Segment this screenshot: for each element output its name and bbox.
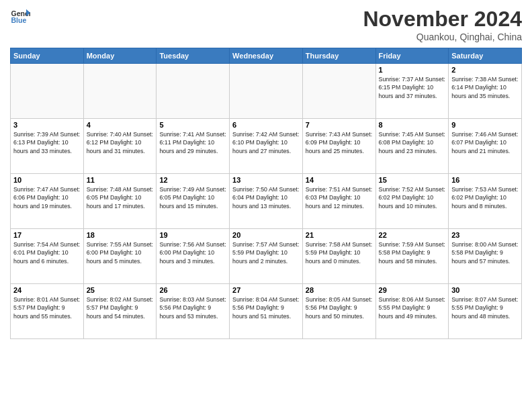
cell-info: Sunrise: 7:38 AM Sunset: 6:14 PM Dayligh… bbox=[451, 75, 519, 100]
cell-info: Sunrise: 8:02 AM Sunset: 5:57 PM Dayligh… bbox=[87, 295, 154, 320]
date-number: 25 bbox=[87, 286, 154, 294]
calendar-cell bbox=[83, 64, 157, 119]
calendar-cell: 28Sunrise: 8:05 AM Sunset: 5:56 PM Dayli… bbox=[302, 284, 375, 339]
cell-info: Sunrise: 7:37 AM Sunset: 6:15 PM Dayligh… bbox=[379, 75, 446, 100]
date-number: 9 bbox=[451, 121, 519, 129]
calendar-cell: 10Sunrise: 7:47 AM Sunset: 6:06 PM Dayli… bbox=[11, 174, 84, 229]
col-monday: Monday bbox=[83, 48, 157, 64]
cell-info: Sunrise: 7:41 AM Sunset: 6:11 PM Dayligh… bbox=[159, 130, 226, 155]
cell-info: Sunrise: 7:51 AM Sunset: 6:03 PM Dayligh… bbox=[306, 185, 373, 210]
date-number: 10 bbox=[13, 176, 81, 184]
cell-info: Sunrise: 7:53 AM Sunset: 6:02 PM Dayligh… bbox=[451, 185, 519, 210]
date-number: 16 bbox=[451, 176, 519, 184]
date-number: 24 bbox=[13, 286, 81, 294]
date-number: 12 bbox=[159, 176, 226, 184]
cell-info: Sunrise: 8:07 AM Sunset: 5:55 PM Dayligh… bbox=[451, 295, 519, 320]
cell-info: Sunrise: 7:42 AM Sunset: 6:10 PM Dayligh… bbox=[232, 130, 300, 155]
cell-info: Sunrise: 7:55 AM Sunset: 6:00 PM Dayligh… bbox=[87, 240, 154, 265]
date-number: 15 bbox=[379, 176, 446, 184]
calendar-cell: 18Sunrise: 7:55 AM Sunset: 6:00 PM Dayli… bbox=[83, 229, 157, 284]
date-number: 26 bbox=[159, 286, 226, 294]
cell-info: Sunrise: 7:46 AM Sunset: 6:07 PM Dayligh… bbox=[451, 130, 519, 155]
cell-info: Sunrise: 7:40 AM Sunset: 6:12 PM Dayligh… bbox=[87, 130, 154, 155]
cell-info: Sunrise: 8:06 AM Sunset: 5:55 PM Dayligh… bbox=[379, 295, 446, 320]
location: Quankou, Qinghai, China bbox=[363, 32, 522, 42]
calendar-cell: 23Sunrise: 8:00 AM Sunset: 5:58 PM Dayli… bbox=[449, 229, 522, 284]
calendar-cell: 22Sunrise: 7:59 AM Sunset: 5:58 PM Dayli… bbox=[375, 229, 449, 284]
col-tuesday: Tuesday bbox=[157, 48, 230, 64]
cell-info: Sunrise: 7:58 AM Sunset: 5:59 PM Dayligh… bbox=[306, 240, 373, 265]
date-number: 20 bbox=[232, 231, 300, 239]
calendar-week-3: 17Sunrise: 7:54 AM Sunset: 6:01 PM Dayli… bbox=[11, 229, 522, 284]
title-block: November 2024 Quankou, Qinghai, China bbox=[363, 7, 522, 42]
date-number: 22 bbox=[379, 231, 446, 239]
date-number: 6 bbox=[232, 121, 300, 129]
calendar-cell: 9Sunrise: 7:46 AM Sunset: 6:07 PM Daylig… bbox=[449, 119, 522, 174]
logo: General Blue bbox=[10, 7, 30, 27]
cell-info: Sunrise: 7:52 AM Sunset: 6:02 PM Dayligh… bbox=[379, 185, 446, 210]
calendar-cell: 8Sunrise: 7:45 AM Sunset: 6:08 PM Daylig… bbox=[375, 119, 449, 174]
calendar-cell bbox=[230, 64, 303, 119]
calendar-week-0: 1Sunrise: 7:37 AM Sunset: 6:15 PM Daylig… bbox=[11, 64, 522, 119]
calendar-cell: 19Sunrise: 7:56 AM Sunset: 6:00 PM Dayli… bbox=[157, 229, 230, 284]
date-number: 5 bbox=[159, 121, 226, 129]
date-number: 7 bbox=[306, 121, 373, 129]
calendar-cell: 12Sunrise: 7:49 AM Sunset: 6:05 PM Dayli… bbox=[157, 174, 230, 229]
calendar-cell: 21Sunrise: 7:58 AM Sunset: 5:59 PM Dayli… bbox=[302, 229, 375, 284]
cell-info: Sunrise: 7:48 AM Sunset: 6:05 PM Dayligh… bbox=[87, 185, 154, 210]
col-wednesday: Wednesday bbox=[230, 48, 303, 64]
page: General Blue November 2024 Quankou, Qing… bbox=[0, 0, 532, 411]
calendar-header-row: Sunday Monday Tuesday Wednesday Thursday… bbox=[11, 48, 522, 64]
cell-info: Sunrise: 7:59 AM Sunset: 5:58 PM Dayligh… bbox=[379, 240, 446, 265]
svg-text:Blue: Blue bbox=[11, 16, 27, 24]
calendar-cell: 29Sunrise: 8:06 AM Sunset: 5:55 PM Dayli… bbox=[375, 284, 449, 339]
calendar-cell: 30Sunrise: 8:07 AM Sunset: 5:55 PM Dayli… bbox=[449, 284, 522, 339]
date-number: 23 bbox=[451, 231, 519, 239]
calendar: Sunday Monday Tuesday Wednesday Thursday… bbox=[10, 48, 522, 339]
cell-info: Sunrise: 7:49 AM Sunset: 6:05 PM Dayligh… bbox=[159, 185, 226, 210]
month-title: November 2024 bbox=[363, 7, 522, 32]
date-number: 3 bbox=[13, 121, 81, 129]
calendar-cell: 24Sunrise: 8:01 AM Sunset: 5:57 PM Dayli… bbox=[11, 284, 84, 339]
calendar-cell bbox=[302, 64, 375, 119]
date-number: 14 bbox=[306, 176, 373, 184]
header: General Blue November 2024 Quankou, Qing… bbox=[10, 7, 522, 42]
date-number: 13 bbox=[232, 176, 300, 184]
calendar-cell: 5Sunrise: 7:41 AM Sunset: 6:11 PM Daylig… bbox=[157, 119, 230, 174]
logo-icon: General Blue bbox=[10, 7, 30, 27]
calendar-cell bbox=[11, 64, 84, 119]
calendar-week-4: 24Sunrise: 8:01 AM Sunset: 5:57 PM Dayli… bbox=[11, 284, 522, 339]
calendar-week-1: 3Sunrise: 7:39 AM Sunset: 6:13 PM Daylig… bbox=[11, 119, 522, 174]
date-number: 2 bbox=[451, 66, 519, 74]
cell-info: Sunrise: 8:00 AM Sunset: 5:58 PM Dayligh… bbox=[451, 240, 519, 265]
date-number: 17 bbox=[13, 231, 81, 239]
date-number: 30 bbox=[451, 286, 519, 294]
date-number: 8 bbox=[379, 121, 446, 129]
calendar-cell: 17Sunrise: 7:54 AM Sunset: 6:01 PM Dayli… bbox=[11, 229, 84, 284]
calendar-cell: 4Sunrise: 7:40 AM Sunset: 6:12 PM Daylig… bbox=[83, 119, 157, 174]
date-number: 29 bbox=[379, 286, 446, 294]
calendar-cell: 1Sunrise: 7:37 AM Sunset: 6:15 PM Daylig… bbox=[375, 64, 449, 119]
date-number: 1 bbox=[379, 66, 446, 74]
calendar-cell: 16Sunrise: 7:53 AM Sunset: 6:02 PM Dayli… bbox=[449, 174, 522, 229]
cell-info: Sunrise: 8:05 AM Sunset: 5:56 PM Dayligh… bbox=[306, 295, 373, 320]
calendar-cell: 14Sunrise: 7:51 AM Sunset: 6:03 PM Dayli… bbox=[302, 174, 375, 229]
calendar-week-2: 10Sunrise: 7:47 AM Sunset: 6:06 PM Dayli… bbox=[11, 174, 522, 229]
col-thursday: Thursday bbox=[302, 48, 375, 64]
col-sunday: Sunday bbox=[11, 48, 84, 64]
date-number: 11 bbox=[87, 176, 154, 184]
calendar-cell: 27Sunrise: 8:04 AM Sunset: 5:56 PM Dayli… bbox=[230, 284, 303, 339]
col-saturday: Saturday bbox=[449, 48, 522, 64]
calendar-cell: 26Sunrise: 8:03 AM Sunset: 5:56 PM Dayli… bbox=[157, 284, 230, 339]
cell-info: Sunrise: 7:45 AM Sunset: 6:08 PM Dayligh… bbox=[379, 130, 446, 155]
cell-info: Sunrise: 8:04 AM Sunset: 5:56 PM Dayligh… bbox=[232, 295, 300, 320]
cell-info: Sunrise: 8:01 AM Sunset: 5:57 PM Dayligh… bbox=[13, 295, 81, 320]
calendar-cell: 13Sunrise: 7:50 AM Sunset: 6:04 PM Dayli… bbox=[230, 174, 303, 229]
cell-info: Sunrise: 7:43 AM Sunset: 6:09 PM Dayligh… bbox=[306, 130, 373, 155]
date-number: 28 bbox=[306, 286, 373, 294]
col-friday: Friday bbox=[375, 48, 449, 64]
calendar-cell: 6Sunrise: 7:42 AM Sunset: 6:10 PM Daylig… bbox=[230, 119, 303, 174]
date-number: 21 bbox=[306, 231, 373, 239]
calendar-cell: 7Sunrise: 7:43 AM Sunset: 6:09 PM Daylig… bbox=[302, 119, 375, 174]
calendar-cell: 15Sunrise: 7:52 AM Sunset: 6:02 PM Dayli… bbox=[375, 174, 449, 229]
